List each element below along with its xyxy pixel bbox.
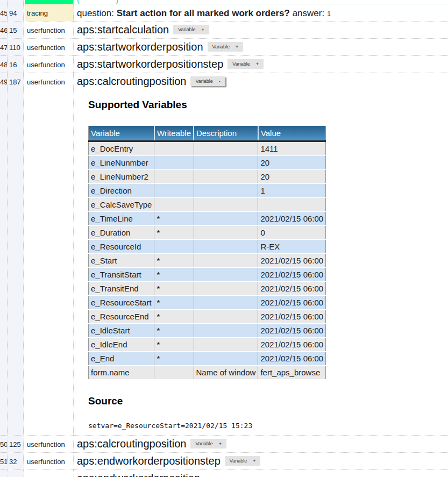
table-cell-writeable [154, 184, 194, 198]
table-cell-variable: e_ResourceEnd [89, 310, 154, 324]
table-row: e_LineNumber220 [89, 170, 326, 184]
table-cell-variable: e_DocEntry [89, 141, 154, 156]
trace-row: 51 32 userfunction aps:endworkorderposit… [0, 453, 448, 470]
duration-cell: 32 [8, 453, 24, 469]
table-cell-value: 20 [258, 170, 326, 184]
table-cell-value: 2021/02/15 06:00 [258, 324, 326, 338]
table-row: e_TransitEnd*2021/02/15 06:00 [89, 282, 326, 296]
collapse-minus-icon: - [219, 79, 221, 84]
variables-table-body: e_DocEntry1411e_LineNunmber20e_LineNumbe… [89, 141, 326, 380]
table-cell-value: fert_aps_browse [258, 366, 326, 380]
table-cell-variable: e_TransitEnd [89, 282, 154, 296]
variable-toggle-button[interactable]: Variable+ [225, 456, 261, 466]
table-cell-writeable [154, 240, 194, 254]
table-cell-writeable: * [154, 310, 194, 324]
variable-toggle-label: Variable [195, 79, 212, 84]
table-row: e_Duration*0 [89, 226, 326, 240]
entry-type-cell: userfunction [25, 22, 74, 38]
table-cell-value: 2021/02/15 06:00 [258, 254, 326, 268]
table-cell-description [194, 352, 258, 366]
duration-cell [8, 0, 24, 4]
table-cell-value: 2021/02/15 06:00 [258, 268, 326, 282]
table-cell-writeable: * [154, 338, 194, 352]
expand-plus-icon: + [253, 458, 255, 464]
table-cell-writeable [154, 170, 194, 184]
table-cell-writeable: * [154, 226, 194, 240]
trace-row: 46 15 userfunction aps:startcalculationV… [0, 22, 448, 39]
expand-plus-icon: + [236, 44, 238, 49]
entry-type-cell-highlighted [25, 0, 74, 4]
expand-plus-icon: + [202, 27, 204, 32]
table-cell-description [194, 296, 258, 310]
duration-cell: 110 [8, 39, 24, 55]
line-number-cell: 47 [0, 39, 8, 55]
duration-cell [8, 470, 24, 477]
table-cell-value: 2021/02/15 06:00 [258, 212, 326, 226]
table-cell-writeable [154, 156, 194, 170]
entry-content-cell: aps:calcroutingpositionVariable+ [75, 436, 448, 452]
table-cell-value: 20 [258, 156, 326, 170]
function-name: aps:startworkorderposition [77, 41, 203, 53]
table-cell-value: 1 [258, 184, 326, 198]
expand-plus-icon: + [256, 61, 259, 67]
supported-variables-heading: Supported Variables [88, 99, 448, 111]
table-cell-variable: e_IdleStart [89, 324, 154, 338]
table-row: e_ResourceIdR-EX [89, 240, 326, 254]
line-number-cell: 49 [0, 73, 8, 435]
table-cell-description [194, 141, 258, 156]
variable-details-panel: Supported Variables Variable Writeable D… [88, 99, 448, 435]
table-cell-writeable: * [154, 296, 194, 310]
table-cell-value [258, 198, 326, 212]
table-cell-description [194, 184, 258, 198]
duration-cell: 187 [8, 73, 24, 435]
entry-type-cell: tracing [25, 4, 74, 21]
entry-type-cell: userfunction [25, 73, 74, 435]
variable-toggle-button[interactable]: Variable+ [208, 42, 244, 52]
table-row: e_Direction1 [89, 184, 326, 198]
table-cell-writeable: * [154, 282, 194, 296]
variable-toggle-button[interactable]: Variable- [190, 76, 225, 86]
table-cell-variable: e_End [89, 352, 154, 366]
variable-toggle-button[interactable]: Variable+ [227, 59, 264, 69]
variable-toggle-label: Variable [232, 61, 250, 67]
table-cell-variable: e_LineNumber2 [89, 170, 154, 184]
table-cell-value: R-EX [258, 240, 326, 254]
source-heading: Source [88, 395, 448, 407]
table-cell-variable: e_ResourceId [89, 240, 154, 254]
table-cell-description [194, 268, 258, 282]
table-row: e_IdleStart*2021/02/15 06:00 [89, 324, 326, 338]
supported-variables-table: Variable Writeable Description Value e_D… [88, 126, 326, 380]
table-cell-description [194, 310, 258, 324]
table-cell-writeable: * [154, 352, 194, 366]
table-cell-description [194, 240, 258, 254]
variable-toggle-button[interactable]: Variable+ [190, 439, 226, 448]
entry-content-cell: aps:calcroutingpositionVariable- Support… [75, 73, 448, 435]
table-row: e_ResourceStart*2021/02/15 06:00 [89, 296, 326, 310]
table-row: e_TransitStart*2021/02/15 06:00 [89, 268, 326, 282]
table-row: e_DocEntry1411 [89, 141, 326, 156]
table-row: e_End*2021/02/15 06:00 [89, 352, 326, 366]
table-cell-description: Name of window [194, 366, 258, 380]
table-row: e_IdleEnd*2021/02/15 06:00 [89, 338, 326, 352]
column-header-writeable: Writeable [154, 126, 194, 141]
entry-content-cell: aps:startcalculationVariable+ [75, 22, 448, 38]
table-cell-variable: e_Start [89, 254, 154, 268]
question-text: Start action for all marked work orders? [117, 8, 290, 18]
entry-type-cell: userfunction [25, 436, 74, 452]
entry-content-cell: aps:endworkorderposition [75, 470, 448, 477]
table-cell-value: 0 [258, 226, 326, 240]
table-cell-description [194, 212, 258, 226]
table-cell-value: 2021/02/15 06:00 [258, 338, 326, 352]
table-cell-writeable: * [154, 212, 194, 226]
variable-toggle-button[interactable]: Variable+ [173, 25, 209, 34]
table-cell-description [194, 338, 258, 352]
table-cell-description [194, 324, 258, 338]
line-number-cell: 48 [0, 56, 8, 73]
table-row: e_Start*2021/02/15 06:00 [89, 254, 326, 268]
table-row: e_TimeLine*2021/02/15 06:00 [89, 212, 326, 226]
table-cell-writeable [154, 366, 194, 380]
entry-type-cell: userfunction [25, 453, 74, 469]
trace-row: 50 125 userfunction aps:calcroutingposit… [0, 436, 448, 453]
column-header-value: Value [258, 126, 326, 141]
table-row: e_CalcSaveType [89, 198, 326, 212]
